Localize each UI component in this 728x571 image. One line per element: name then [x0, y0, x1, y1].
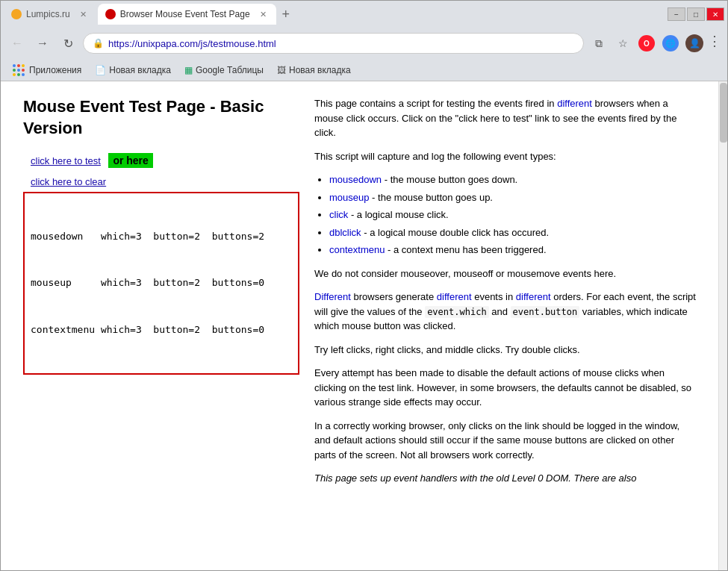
log-line-1: mousedown which=3 button=2 buttons=2 [31, 229, 292, 245]
new-tab-button[interactable]: + [278, 7, 295, 22]
page-content: Mouse Event Test Page - Basic Version cl… [1, 81, 727, 570]
bookmark-newtab2-label: Новая вкладка [289, 65, 351, 75]
lock-icon: 🔒 [93, 38, 104, 49]
right-para8: This page sets up event handlers with th… [314, 471, 696, 486]
left-column: Mouse Event Test Page - Basic Version cl… [23, 96, 299, 555]
refresh-button[interactable]: ↻ [57, 33, 78, 54]
sheets-icon: ▦ [184, 65, 193, 75]
maximize-button[interactable]: □ [687, 7, 705, 21]
tab-testpage-favicon [105, 9, 116, 19]
address-bar: ← → ↻ 🔒 https://unixpapa.com/js/testmous… [1, 28, 727, 59]
test-links-area: click here to test or here [23, 154, 299, 167]
page-icon: 📄 [95, 65, 106, 75]
bookmark-sheets[interactable]: ▦ Google Таблицы [178, 63, 270, 78]
list-item-dblclick: dblclick - a logical mouse double click … [329, 225, 696, 240]
right-para5: Try left clicks, right clicks, and middl… [314, 343, 696, 358]
globe-logo: 🌐 [662, 35, 679, 52]
right-column: This page contains a script for testing … [314, 96, 696, 555]
opera-logo: O [638, 35, 655, 52]
tab-testpage-label: Browser Mouse Event Test Page [120, 9, 250, 19]
address-actions: ⧉ ☆ O 🌐 👤 ⋮ [588, 33, 721, 54]
list-item-click: click - a logical mouse click. [329, 208, 696, 222]
copy-icon[interactable]: ⧉ [588, 33, 609, 54]
content-area: Mouse Event Test Page - Basic Version cl… [1, 81, 718, 570]
title-bar: Lumpics.ru ✕ Browser Mouse Event Test Pa… [1, 1, 727, 28]
bookmark-apps[interactable]: Приложения [7, 62, 87, 78]
back-button[interactable]: ← [7, 33, 28, 54]
list-item-contextmenu: contextmenu - a context menu has been tr… [329, 243, 696, 258]
right-para3: We do not consider mouseover, mouseoff o… [314, 266, 696, 281]
tab-testpage-close[interactable]: ✕ [258, 9, 269, 20]
click-here-to-clear-link[interactable]: click here to clear [23, 176, 299, 187]
browser-window: Lumpics.ru ✕ Browser Mouse Event Test Pa… [0, 0, 728, 571]
tab-lumpics-label: Lumpics.ru [26, 9, 70, 19]
scrollbar[interactable] [718, 81, 727, 570]
bookmark-apps-label: Приложения [29, 65, 81, 75]
right-para4: Different browsers generate different ev… [314, 290, 696, 334]
tab-lumpics[interactable]: Lumpics.ru ✕ [4, 4, 96, 25]
right-para2: This script will capture and log the fol… [314, 149, 696, 164]
tab-lumpics-close[interactable]: ✕ [78, 9, 89, 20]
right-para6: Every attempt has been made to disable t… [314, 366, 696, 410]
more-button[interactable]: ⋮ [708, 33, 721, 54]
opera-icon[interactable]: O [636, 33, 657, 54]
event-log: mousedown which=3 button=2 buttons=2 mou… [23, 192, 299, 375]
tab-testpage[interactable]: Browser Mouse Event Test Page ✕ [98, 4, 276, 25]
list-item-mousedown: mousedown - the mouse button goes down. [329, 172, 696, 187]
bookmark-newtab1-label: Новая вкладка [109, 65, 171, 75]
highlight-different: different [557, 98, 592, 109]
close-button[interactable]: ✕ [706, 7, 724, 21]
profile-avatar: 👤 [685, 34, 703, 52]
bookmark-sheets-label: Google Таблицы [196, 65, 264, 75]
scrollbar-thumb[interactable] [720, 83, 727, 143]
or-here-button[interactable]: or here [108, 153, 152, 168]
page-icon2: 🖼 [277, 65, 286, 75]
apps-icon [13, 64, 25, 76]
address-text: https://unixpapa.com/js/testmouse.html [108, 38, 276, 49]
right-para1: This page contains a script for testing … [314, 96, 696, 140]
tab-lumpics-favicon [11, 9, 22, 19]
forward-button[interactable]: → [32, 33, 53, 54]
globe-icon[interactable]: 🌐 [660, 33, 681, 54]
log-line-3: contextmenu which=3 button=2 buttons=0 [31, 322, 292, 338]
bookmark-newtab2[interactable]: 🖼 Новая вкладка [271, 63, 357, 78]
bookmark-newtab1[interactable]: 📄 Новая вкладка [89, 63, 177, 78]
minimize-button[interactable]: − [668, 7, 685, 21]
log-line-2: mouseup which=3 button=2 buttons=0 [31, 275, 292, 291]
address-input[interactable]: 🔒 https://unixpapa.com/js/testmouse.html [83, 33, 584, 54]
bookmarks-bar: Приложения 📄 Новая вкладка ▦ Google Табл… [1, 59, 727, 81]
list-item-mouseup: mouseup - the mouse button goes up. [329, 190, 696, 205]
right-para7: In a correctly working browser, only cli… [314, 419, 696, 463]
window-controls: − □ ✕ [668, 7, 724, 21]
click-here-to-test-link[interactable]: click here to test [31, 155, 101, 166]
page-title: Mouse Event Test Page - Basic Version [23, 96, 299, 139]
star-icon[interactable]: ☆ [612, 33, 633, 54]
event-types-list: mousedown - the mouse button goes down. … [329, 172, 696, 258]
profile-icon[interactable]: 👤 [684, 33, 705, 54]
